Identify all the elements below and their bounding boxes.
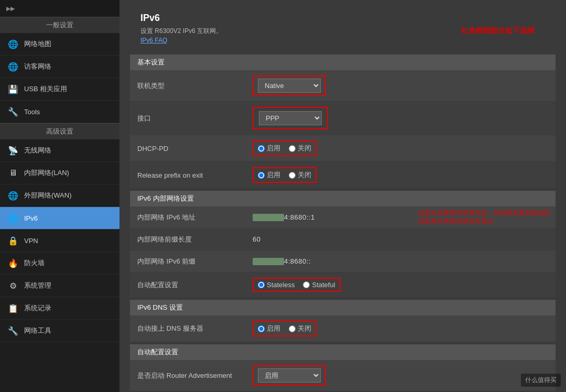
dhcp-pd-row: DHCP-PD 启用 关闭: [130, 135, 556, 162]
syslog-icon: 📋: [7, 302, 19, 314]
lan-icon: 🖥: [7, 167, 19, 179]
wireless-icon: 📡: [7, 145, 19, 156]
sidebar-item-syslog[interactable]: 📋 系统记录: [0, 297, 119, 320]
sidebar-item-network-map[interactable]: 🌐 网络地图: [0, 33, 119, 56]
dhcp-pd-control: 启用 关闭: [253, 140, 548, 156]
auto-dns-disable-label[interactable]: 关闭: [289, 324, 311, 333]
ipv6-addr-label: 内部网络 IPv6 地址: [137, 213, 253, 222]
stateless-radio[interactable]: [258, 281, 265, 288]
sidebar-item-label: 无线网络: [24, 146, 51, 155]
auto-dns-enable-radio[interactable]: [258, 325, 265, 332]
auto-dns-radio-group: 启用 关闭: [258, 324, 311, 333]
internal-network-section: IPv6 内部网络设置 内部网络 IPv6 地址 4:8680::1 这部分设置…: [130, 191, 556, 298]
stateful-radio[interactable]: [303, 281, 310, 288]
sidebar-item-label: 外部网络(WAN): [24, 191, 72, 200]
wan-icon: 🌐: [7, 190, 19, 201]
dhcp-pd-redbox: 启用 关闭: [253, 140, 317, 156]
auto-config-radio-group: Stateless Stateful: [258, 281, 335, 289]
sidebar-item-firewall[interactable]: 🔥 防火墙: [0, 252, 119, 275]
sidebar-item-wireless[interactable]: 📡 无线网络: [0, 139, 119, 162]
ipv6-addr-suffix: 4:8680::1: [284, 213, 315, 221]
dhcp-pd-enable-radio[interactable]: [258, 145, 265, 152]
sidebar-item-wan[interactable]: 🌐 外部网络(WAN): [0, 184, 119, 207]
auto-dns-row: 自动接上 DNS 服务器 启用 关闭: [130, 315, 556, 342]
page-title: IPv6: [130, 5, 556, 27]
prefix-len-value: 60: [253, 235, 260, 243]
usb-icon: 💾: [7, 83, 19, 95]
release-prefix-enable-label[interactable]: 启用: [258, 170, 280, 180]
internal-network-header: IPv6 内部网络设置: [130, 191, 556, 206]
connection-type-row: 联机类型 Native Auto Detect Tunnel 6to4 Pass…: [130, 70, 556, 102]
auto-config-label: 自动配置设置: [137, 280, 253, 290]
interface-select-wrapper: PPP WAN: [259, 111, 322, 125]
release-prefix-label: Release prefix on exit: [137, 171, 253, 179]
stateless-label[interactable]: Stateless: [258, 281, 295, 289]
connection-type-select[interactable]: Native Auto Detect Tunnel 6to4 Pass Thro…: [258, 79, 321, 93]
main-annotation: 红色框框部分如下选择: [461, 26, 535, 36]
sidebar-item-guest-network[interactable]: 🌐 访客网络: [0, 56, 119, 78]
general-section-label: 一般设置: [0, 17, 119, 33]
router-adv-label: 是否启动 Router Advertisement: [137, 371, 253, 380]
ipv6-prefix-suffix: 4:8680::: [284, 257, 311, 265]
release-prefix-disable-label[interactable]: 关闭: [289, 170, 311, 180]
autoconfig-section: 自动配置设置 是否启动 Router Advertisement 启用 禁用: [130, 344, 556, 391]
watermark: 什么值得买: [521, 374, 561, 387]
dhcp-pd-disable-radio[interactable]: [289, 145, 296, 152]
dhcp-pd-radio-group: 启用 关闭: [258, 144, 311, 153]
dhcp-pd-disable-label[interactable]: 关闭: [289, 144, 311, 153]
sidebar-item-lan[interactable]: 🖥 内部网络(LAN): [0, 162, 119, 184]
sidebar-item-label: VPN: [24, 237, 38, 245]
basic-settings-header: 基本设置: [130, 55, 556, 70]
release-prefix-disable-radio[interactable]: [289, 172, 296, 179]
basic-settings-section: 基本设置 联机类型 Native Auto Detect Tunnel 6to4…: [130, 55, 556, 189]
ipv6-addr-row: 内部网络 IPv6 地址 4:8680::1 这部分设置的时候是空的，待应用后重…: [130, 206, 556, 228]
sidebar-item-sysadmin[interactable]: ⚙ 系统管理: [0, 275, 119, 297]
sidebar-item-tools[interactable]: 🔧 Tools: [0, 101, 119, 123]
sidebar-item-network-tools[interactable]: 🔧 网络工具: [0, 320, 119, 342]
sidebar-item-label: 防火墙: [24, 258, 45, 268]
sidebar-item-label: 网络地图: [24, 39, 51, 49]
release-prefix-enable-radio[interactable]: [258, 172, 265, 179]
sidebar-item-usb-app[interactable]: 💾 USB 相关应用: [0, 78, 119, 101]
page-header: IPv6 设置 R6300V2 IPv6 互联网。 IPv6 FAQ 红色框框部…: [119, 0, 566, 52]
sidebar-item-ipv6[interactable]: 🌐 IPv6: [0, 207, 119, 230]
dhcp-pd-enable-label[interactable]: 启用: [258, 144, 280, 153]
auto-dns-control: 启用 关闭: [253, 321, 548, 336]
router-adv-control: 启用 禁用: [253, 365, 548, 386]
sidebar-item-label: Tools: [24, 108, 40, 116]
sidebar-logo: ▶▶: [0, 0, 119, 17]
connection-type-label: 联机类型: [137, 81, 253, 91]
auto-dns-disable-radio[interactable]: [289, 325, 296, 332]
auto-dns-label: 自动接上 DNS 服务器: [137, 324, 253, 333]
connection-type-redbox: Native Auto Detect Tunnel 6to4 Pass Thro…: [253, 75, 326, 96]
release-prefix-control: 启用 关闭: [253, 167, 548, 183]
masked-addr-2: [253, 258, 284, 265]
sysadmin-icon: ⚙: [7, 280, 19, 291]
tools-icon: 🔧: [7, 106, 19, 117]
main-content: IPv6 设置 R6300V2 IPv6 互联网。 IPv6 FAQ 红色框框部…: [119, 0, 566, 392]
prefix-len-control: 60: [253, 235, 548, 243]
auto-config-control: Stateless Stateful: [253, 278, 548, 292]
faq-link[interactable]: IPv6 FAQ: [130, 37, 556, 49]
ipv6-prefix-control: 4:8680::: [253, 257, 548, 265]
sidebar-item-label: IPv6: [24, 214, 38, 222]
sidebar-item-label: 内部网络(LAN): [24, 168, 69, 178]
interface-select[interactable]: PPP WAN: [259, 111, 322, 125]
network-map-icon: 🌐: [7, 38, 19, 50]
sidebar-item-vpn[interactable]: 🔒 VPN: [0, 230, 119, 252]
auto-dns-enable-label[interactable]: 启用: [258, 324, 280, 333]
router-adv-select[interactable]: 启用 禁用: [258, 368, 321, 383]
interface-control: PPP WAN: [253, 107, 548, 129]
release-prefix-row: Release prefix on exit 启用 关闭: [130, 162, 556, 189]
sidebar: ▶▶ 一般设置 🌐 网络地图 🌐 访客网络 💾 USB 相关应用 🔧 Tools…: [0, 0, 119, 392]
connection-type-control: Native Auto Detect Tunnel 6to4 Pass Thro…: [253, 75, 548, 96]
release-prefix-radio-group: 启用 关闭: [258, 170, 311, 180]
advanced-section-label: 高级设置: [0, 123, 119, 139]
router-adv-redbox: 启用 禁用: [253, 365, 326, 386]
ipv6-prefix-row: 内部网络 IPv6 前缀 4:8680::: [130, 251, 556, 273]
auto-config-row: 自动配置设置 Stateless Stateful: [130, 273, 556, 298]
auto-dns-redbox: 启用 关闭: [253, 321, 317, 336]
stateful-label[interactable]: Stateful: [303, 281, 335, 289]
prefix-len-label: 内部网络前缀长度: [137, 235, 253, 244]
sidebar-item-label: 系统管理: [24, 281, 51, 290]
